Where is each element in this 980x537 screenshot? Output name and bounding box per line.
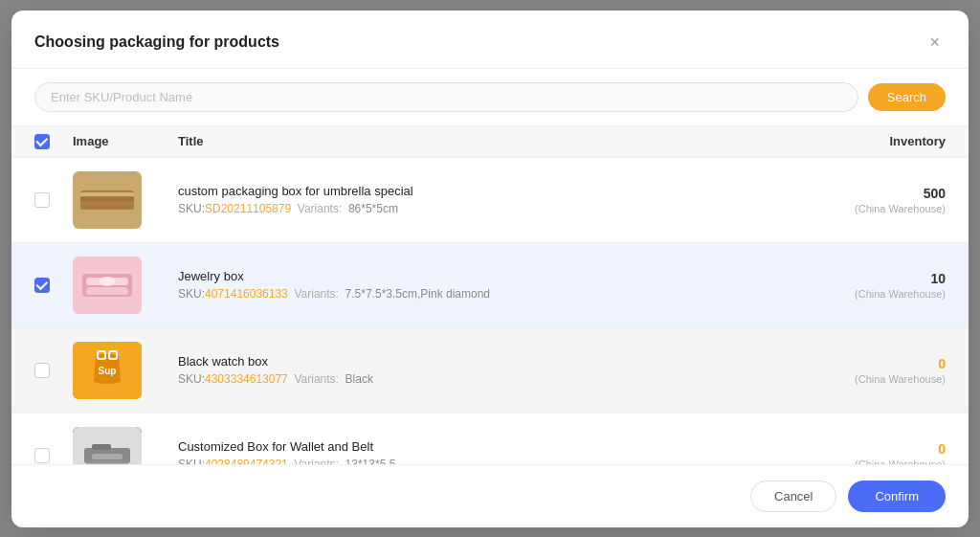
row-checkbox-1[interactable] bbox=[34, 192, 50, 208]
modal-footer: Cancel Confirm bbox=[11, 464, 969, 527]
svg-point-8 bbox=[100, 277, 115, 286]
product-sku-2: SKU:4071416036133 Variants: 7.5*7.5*3.5c… bbox=[178, 287, 812, 301]
variants-value-3: Black bbox=[345, 372, 373, 386]
inventory-count-4: 0 bbox=[812, 441, 946, 457]
row-checkbox-cell[interactable] bbox=[34, 278, 73, 293]
close-button[interactable]: × bbox=[924, 32, 946, 53]
svg-rect-2 bbox=[80, 192, 134, 196]
inventory-warehouse-1: (China Warehouse) bbox=[812, 203, 946, 214]
product-image-2 bbox=[73, 257, 142, 314]
inventory-count-2: 10 bbox=[812, 271, 946, 286]
product-sku-1: SKU:SD20211105879 Variants: 86*5*5cm bbox=[178, 202, 812, 215]
svg-rect-16 bbox=[92, 454, 122, 459]
row-checkbox-cell[interactable] bbox=[34, 192, 73, 208]
cancel-button[interactable]: Cancel bbox=[750, 481, 836, 512]
svg-rect-4 bbox=[80, 202, 134, 205]
product-image-4 bbox=[73, 427, 142, 464]
product-sku-3: SKU:4303334613077 Variants: Black bbox=[178, 372, 812, 386]
table-row[interactable]: Sup Black watch box SKU:4303334613077 Va… bbox=[11, 328, 969, 414]
row-checkbox-2[interactable] bbox=[34, 278, 50, 293]
search-button[interactable]: Search bbox=[868, 83, 946, 111]
header-title: Title bbox=[178, 134, 812, 148]
sku-link-1[interactable]: SD20211105879 bbox=[205, 202, 291, 215]
header-inventory: Inventory bbox=[812, 134, 946, 148]
row-checkbox-cell[interactable] bbox=[34, 448, 73, 463]
table-body: custom packaging box for umbrella specia… bbox=[11, 158, 969, 464]
modal-dialog: Choosing packaging for products × Search… bbox=[11, 11, 969, 527]
confirm-button[interactable]: Confirm bbox=[848, 481, 946, 512]
variants-label-2: Variants: bbox=[294, 287, 338, 301]
select-all-checkbox[interactable] bbox=[34, 134, 50, 149]
variants-value-1: 86*5*5cm bbox=[348, 202, 398, 215]
jewelry-box-svg bbox=[73, 257, 142, 314]
product-info-4: Customized Box for Wallet and Belt SKU:4… bbox=[178, 439, 812, 464]
modal-overlay: Choosing packaging for products × Search… bbox=[0, 0, 980, 537]
modal-title: Choosing packaging for products bbox=[34, 34, 279, 51]
watch-box-svg: Sup bbox=[73, 342, 142, 399]
svg-text:Sup: Sup bbox=[99, 366, 117, 376]
product-image-cell bbox=[73, 427, 178, 464]
inventory-warehouse-3: (China Warehouse) bbox=[812, 373, 946, 385]
product-image-cell: Sup bbox=[73, 342, 178, 399]
table-row[interactable]: Customized Box for Wallet and Belt SKU:4… bbox=[11, 414, 969, 464]
svg-rect-18 bbox=[92, 444, 111, 450]
header-image: Image bbox=[73, 134, 178, 148]
modal-header: Choosing packaging for products × bbox=[11, 11, 969, 69]
wallet-box-svg bbox=[73, 427, 142, 464]
row-checkbox-cell[interactable] bbox=[34, 363, 73, 378]
wood-box-svg bbox=[73, 171, 142, 229]
product-image-cell bbox=[73, 257, 178, 314]
inventory-cell-2: 10 (China Warehouse) bbox=[812, 271, 946, 300]
inventory-count-3: 0 bbox=[812, 356, 946, 371]
product-image-1 bbox=[73, 171, 142, 229]
product-info-2: Jewelry box SKU:4071416036133 Variants: … bbox=[178, 269, 812, 301]
inventory-warehouse-2: (China Warehouse) bbox=[812, 288, 946, 300]
table-row[interactable]: Jewelry box SKU:4071416036133 Variants: … bbox=[11, 243, 969, 328]
variants-label-3: Variants: bbox=[294, 372, 338, 386]
product-image-3: Sup bbox=[73, 342, 142, 399]
inventory-cell-1: 500 (China Warehouse) bbox=[812, 186, 946, 214]
table-header: Image Title Inventory bbox=[11, 126, 969, 158]
product-title-3: Black watch box bbox=[178, 354, 812, 369]
row-checkbox-4[interactable] bbox=[34, 448, 50, 463]
sku-link-2[interactable]: 4071416036133 bbox=[205, 287, 288, 301]
svg-rect-9 bbox=[86, 287, 128, 295]
inventory-count-1: 500 bbox=[812, 186, 946, 201]
search-bar: Search bbox=[11, 69, 969, 126]
variants-label-1: Variants: bbox=[298, 202, 342, 215]
product-info-1: custom packaging box for umbrella specia… bbox=[178, 184, 812, 215]
inventory-cell-3: 0 (China Warehouse) bbox=[812, 356, 946, 385]
product-title-1: custom packaging box for umbrella specia… bbox=[178, 184, 812, 198]
sku-link-3[interactable]: 4303334613077 bbox=[205, 372, 288, 386]
row-checkbox-3[interactable] bbox=[34, 363, 50, 378]
product-title-2: Jewelry box bbox=[178, 269, 812, 283]
table-row[interactable]: custom packaging box for umbrella specia… bbox=[11, 158, 969, 243]
product-info-3: Black watch box SKU:4303334613077 Varian… bbox=[178, 354, 812, 386]
product-title-4: Customized Box for Wallet and Belt bbox=[178, 439, 812, 454]
variants-value-2: 7.5*7.5*3.5cm,Pink diamond bbox=[345, 287, 490, 301]
inventory-cell-4: 0 (China Warehouse) bbox=[812, 441, 946, 464]
svg-rect-3 bbox=[80, 198, 134, 200]
product-image-cell bbox=[73, 171, 178, 229]
search-input[interactable] bbox=[34, 82, 858, 112]
header-checkbox-cell[interactable] bbox=[34, 134, 73, 149]
